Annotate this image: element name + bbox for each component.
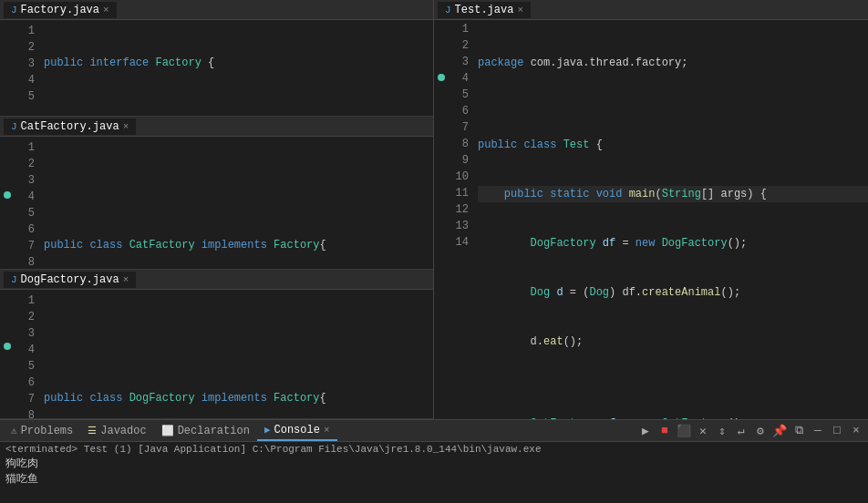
test-code[interactable]: package com.java.thread.factory; public …: [474, 20, 868, 419]
dogfactory-pane: J DogFactory.java × 1: [0, 270, 433, 419]
dogfactory-tab-bar: J DogFactory.java ×: [0, 270, 433, 290]
factory-tab-close[interactable]: ×: [103, 5, 109, 15]
code-line: public class CatFactory implements Facto…: [44, 237, 433, 253]
close-panel-button[interactable]: ×: [848, 423, 864, 439]
tab-console[interactable]: ▶ Console ×: [257, 420, 337, 441]
editor-area: J Factory.java × 1 2 3 4: [0, 0, 868, 419]
code-line: d.eat();: [478, 334, 868, 350]
tab-console-label: Console: [274, 424, 320, 436]
factory-gutter: [0, 22, 15, 114]
word-wrap-button[interactable]: ↵: [733, 423, 749, 439]
test-gutter: [434, 20, 449, 419]
scroll-lock-button[interactable]: ⇕: [714, 423, 730, 439]
test-code-area: 12345 678910 11121314 package com.java.t…: [434, 20, 868, 419]
console-terminated-text: <terminated> Test (1) [Java Application]…: [5, 444, 863, 455]
tab-declaration[interactable]: ⬜ Declaration: [154, 420, 257, 441]
code-line: public class DogFactory implements Facto…: [44, 390, 433, 406]
console-output-line-1: 狗吃肉: [5, 457, 863, 472]
catfactory-tab-close[interactable]: ×: [123, 121, 129, 132]
test-line-numbers: 12345 678910 11121314: [449, 20, 474, 419]
factory-code[interactable]: public interface Factory { public Animal…: [40, 22, 433, 114]
factory-tab-label: Factory.java: [21, 4, 99, 16]
test-tab-close[interactable]: ×: [517, 5, 523, 15]
tab-problems-label: Problems: [21, 425, 74, 437]
dogfactory-tab[interactable]: J DogFactory.java ×: [4, 272, 136, 288]
catfactory-tab[interactable]: J CatFactory.java ×: [4, 118, 136, 135]
javadoc-icon: ☰: [88, 425, 97, 436]
tab-javadoc-label: Javadoc: [100, 425, 146, 437]
console-toolbar: ▶ ■ ⬛ ✕ ⇕ ↵ ⚙ 📌 ⧉ — □ ×: [637, 423, 864, 439]
catfactory-tab-label: CatFactory.java: [21, 120, 119, 133]
catfactory-line-numbers: 1 2 3 4 5 6 7 8: [15, 139, 40, 267]
clear-button[interactable]: ✕: [695, 423, 711, 439]
code-line: Dog d = (Dog) df.createAnimal();: [478, 284, 868, 301]
console-output-line-2: 猫吃鱼: [5, 472, 863, 488]
catfactory-gutter: [0, 139, 15, 267]
code-line: public interface Factory {: [44, 55, 433, 71]
java-file-icon: J: [11, 274, 17, 285]
bottom-tabs: ⚠ Problems ☰ Javadoc ⬜ Declaration ▶ Con…: [4, 420, 337, 441]
tab-problems[interactable]: ⚠ Problems: [4, 420, 80, 441]
factory-pane: J Factory.java × 1 2 3 4: [0, 0, 433, 117]
new-window-button[interactable]: ⧉: [790, 423, 807, 439]
stop-button[interactable]: ■: [656, 423, 673, 439]
java-file-icon: J: [11, 5, 17, 15]
catfactory-tab-bar: J CatFactory.java ×: [0, 117, 433, 137]
dogfactory-code-content: 1 2 3 4 5 6 7 8 public class DogFactory …: [0, 290, 433, 418]
run-button[interactable]: ▶: [637, 423, 654, 439]
code-line: CatFactory cf = new CatFactory();: [478, 416, 868, 419]
test-tab[interactable]: J Test.java ×: [438, 2, 531, 18]
code-line: package com.java.thread.factory;: [478, 55, 868, 71]
catfactory-code-content: 1 2 3 4 5 6 7 8 public class CatFactory …: [0, 137, 433, 269]
factory-line-numbers: 1 2 3 4 5: [15, 22, 40, 114]
bottom-panel: ⚠ Problems ☰ Javadoc ⬜ Declaration ▶ Con…: [0, 419, 868, 503]
test-tab-label: Test.java: [455, 4, 514, 16]
code-line: DogFactory df = new DogFactory();: [478, 235, 868, 252]
dogfactory-code[interactable]: public class DogFactory implements Facto…: [40, 292, 433, 416]
settings-button[interactable]: ⚙: [752, 423, 769, 439]
tab-declaration-label: Declaration: [178, 425, 250, 437]
factory-tab-bar: J Factory.java ×: [0, 0, 433, 20]
debug-button[interactable]: ⬛: [676, 423, 692, 439]
catfactory-code[interactable]: public class CatFactory implements Facto…: [40, 139, 433, 267]
dogfactory-tab-label: DogFactory.java: [21, 273, 119, 286]
console-content: <terminated> Test (1) [Java Application]…: [0, 442, 868, 503]
console-tab-close[interactable]: ×: [324, 425, 330, 436]
problems-icon: ⚠: [11, 425, 17, 436]
test-tab-bar: J Test.java ×: [434, 0, 868, 20]
dogfactory-gutter: [0, 292, 15, 416]
code-line-active: public static void main(String[] args) {: [478, 186, 868, 202]
java-file-icon: J: [11, 121, 17, 132]
pin-button[interactable]: 📌: [771, 423, 788, 439]
minimize-button[interactable]: —: [810, 423, 826, 439]
declaration-icon: ⬜: [161, 425, 174, 436]
bottom-tab-bar: ⚠ Problems ☰ Javadoc ⬜ Declaration ▶ Con…: [0, 420, 868, 442]
dogfactory-tab-close[interactable]: ×: [123, 274, 129, 285]
console-icon: ▶: [264, 424, 271, 436]
factory-tab[interactable]: J Factory.java ×: [4, 2, 117, 18]
catfactory-pane: J CatFactory.java × 1: [0, 117, 433, 270]
factory-code-content: 1 2 3 4 5 public interface Factory { pub…: [0, 20, 433, 116]
dogfactory-line-numbers: 1 2 3 4 5 6 7 8: [15, 292, 40, 416]
code-line: public class Test {: [478, 137, 868, 153]
test-pane: J Test.java ×: [434, 0, 868, 419]
tab-javadoc[interactable]: ☰ Javadoc: [80, 420, 153, 441]
left-panel: J Factory.java × 1 2 3 4: [0, 0, 434, 419]
java-file-icon: J: [445, 5, 451, 15]
maximize-button[interactable]: □: [829, 423, 845, 439]
